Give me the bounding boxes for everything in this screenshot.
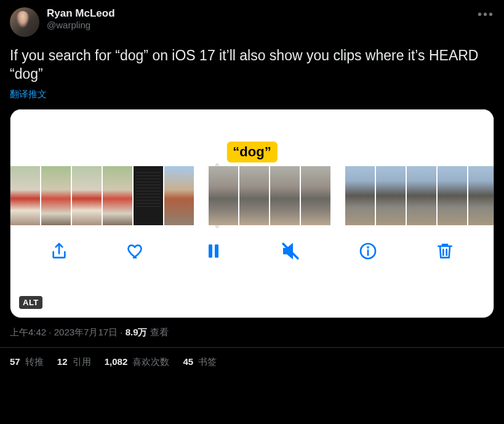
clip-thumb	[301, 166, 330, 225]
tweet-text: If you search for “dog” on iOS 17 it’ll …	[10, 47, 494, 84]
tweet-stats: 57 转推 12 引用 1,082 喜欢次数 45 书签	[10, 356, 494, 368]
display-name: Ryan McLeod	[47, 7, 115, 20]
svg-point-5	[367, 247, 368, 247]
info-icon[interactable]	[357, 240, 379, 262]
media-card[interactable]: “dog”	[10, 109, 494, 318]
divider	[0, 347, 504, 348]
video-timeline[interactable]	[10, 166, 494, 225]
stat-retweets[interactable]: 57 转推	[10, 356, 44, 368]
user-handle: @warpling	[47, 20, 115, 30]
clip-thumb	[438, 166, 467, 225]
tweet-meta: 上午4:42 · 2023年7月17日 · 8.9万 查看	[10, 327, 494, 338]
caption-highlight: “dog”	[226, 142, 277, 162]
pause-icon[interactable]	[202, 240, 225, 262]
stat-bookmarks[interactable]: 45 书签	[183, 356, 217, 368]
tweet-date[interactable]: 2023年7月17日	[54, 327, 118, 337]
media-toolbar	[10, 225, 494, 279]
clip-group-2	[209, 166, 330, 225]
views-label: 查看	[148, 327, 169, 337]
trash-icon[interactable]	[434, 240, 456, 262]
media-top-area: “dog”	[10, 110, 494, 166]
svg-rect-1	[215, 244, 218, 257]
views-count: 8.9万	[126, 327, 148, 337]
clip-thumb	[72, 166, 102, 225]
clip-group-3	[345, 166, 494, 225]
clip-thumb	[407, 166, 436, 225]
stat-quotes[interactable]: 12 引用	[57, 356, 91, 368]
tweet-header: Ryan McLeod @warpling	[10, 7, 494, 37]
clip-thumb	[41, 166, 71, 225]
user-name-block[interactable]: Ryan McLeod @warpling	[47, 7, 115, 30]
mute-icon[interactable]	[279, 240, 302, 262]
tweet-container: Ryan McLeod @warpling ••• If you search …	[0, 0, 504, 368]
clip-thumb	[270, 166, 300, 225]
translate-link[interactable]: 翻译推文	[10, 89, 47, 100]
clip-thumb	[164, 166, 194, 225]
clip-thumb	[376, 166, 406, 225]
tweet-time[interactable]: 上午4:42	[10, 327, 46, 337]
clip-thumb	[345, 166, 375, 225]
clip-thumb	[134, 166, 163, 225]
clip-thumb	[239, 166, 269, 225]
stat-likes[interactable]: 1,082 喜欢次数	[105, 356, 170, 368]
clip-group-1	[10, 166, 194, 225]
clip-thumb	[10, 166, 40, 225]
clip-thumb	[103, 166, 132, 225]
clip-thumb	[209, 166, 238, 225]
more-icon[interactable]: •••	[478, 7, 494, 22]
alt-badge[interactable]: ALT	[19, 296, 42, 309]
clip-thumb	[468, 166, 494, 225]
share-icon[interactable]	[48, 240, 70, 262]
avatar[interactable]	[10, 7, 39, 37]
svg-rect-0	[209, 244, 212, 257]
heart-icon[interactable]	[125, 240, 147, 262]
